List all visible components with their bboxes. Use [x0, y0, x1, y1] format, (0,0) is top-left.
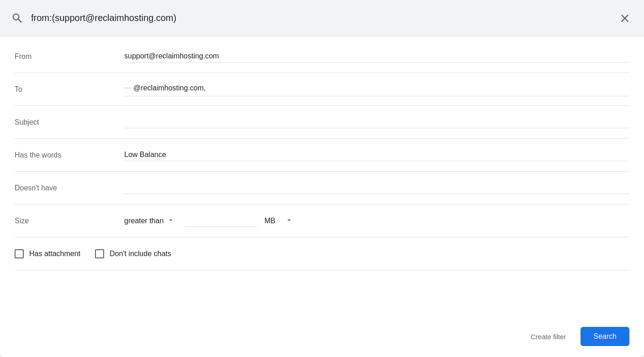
search-filter-dialog: from:(support@reclaimhosting.com) From T…	[0, 0, 644, 357]
has-the-words-input-wrap	[124, 149, 629, 161]
size-number-input[interactable]	[184, 215, 257, 227]
doesnt-have-input[interactable]	[124, 182, 629, 194]
subject-input[interactable]	[124, 116, 629, 128]
size-comparator-wrap: greater than less than	[124, 217, 177, 225]
size-row: Size greater than less than	[15, 205, 629, 237]
create-filter-button[interactable]: Create filter	[523, 328, 574, 345]
subject-label: Subject	[15, 118, 124, 126]
search-query-text: from:(support@reclaimhosting.com)	[31, 13, 609, 23]
to-row: To	[15, 73, 629, 106]
size-comparator-select[interactable]: greater than less than	[124, 217, 177, 225]
search-button[interactable]: Search	[581, 327, 629, 346]
from-input-wrap	[124, 50, 629, 63]
doesnt-have-row: Doesn't have	[15, 172, 629, 205]
checkboxes-row: Has attachment Don't include chats	[15, 237, 629, 270]
dont-include-chats-label: Don't include chats	[110, 250, 171, 258]
has-the-words-input[interactable]	[124, 149, 629, 161]
from-label: From	[15, 52, 124, 61]
subject-input-wrap	[124, 116, 629, 128]
dont-include-chats-checkbox-item[interactable]: Don't include chats	[95, 249, 171, 258]
to-chip	[124, 87, 132, 89]
has-attachment-label: Has attachment	[29, 250, 80, 258]
size-unit-wrap: MB KB bytes	[264, 217, 295, 225]
filter-form: From To Subject Has the words	[0, 37, 644, 318]
footer: Create filter Search	[0, 318, 644, 357]
has-attachment-checkbox[interactable]	[15, 249, 24, 258]
subject-row: Subject	[15, 106, 629, 139]
dont-include-chats-checkbox[interactable]	[95, 249, 104, 258]
has-the-words-label: Has the words	[15, 151, 124, 159]
to-input-wrap	[124, 82, 629, 96]
doesnt-have-label: Doesn't have	[15, 184, 124, 192]
from-input[interactable]	[124, 50, 629, 63]
has-attachment-checkbox-item[interactable]: Has attachment	[15, 249, 80, 258]
to-input[interactable]	[133, 82, 629, 94]
from-row: From	[15, 40, 629, 73]
has-the-words-row: Has the words	[15, 139, 629, 172]
doesnt-have-input-wrap	[124, 182, 629, 194]
search-icon	[11, 12, 24, 25]
size-label: Size	[15, 217, 124, 225]
to-label: To	[15, 85, 124, 94]
search-bar: from:(support@reclaimhosting.com)	[0, 0, 644, 37]
size-controls: greater than less than MB KB bytes	[124, 215, 629, 227]
close-icon[interactable]	[617, 10, 633, 26]
size-unit-select[interactable]: MB KB bytes	[264, 217, 295, 225]
